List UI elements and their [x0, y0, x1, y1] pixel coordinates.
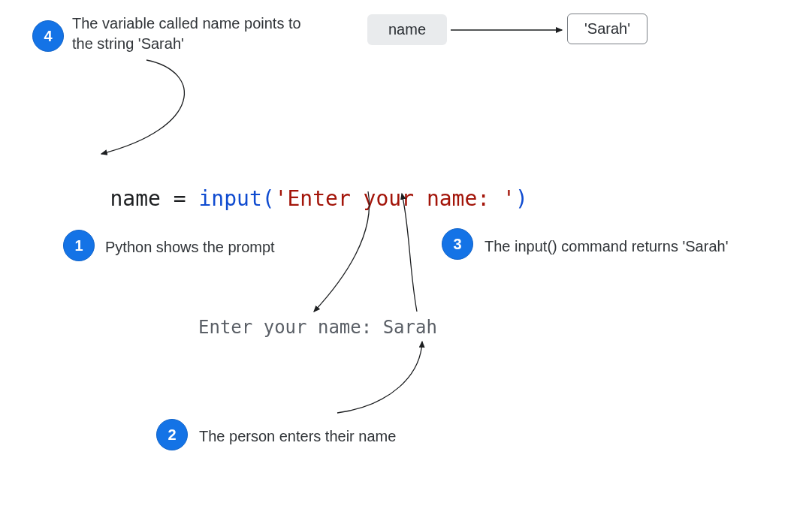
step-caption-2: The person enters their name: [199, 426, 396, 447]
step-badge-1: 1: [63, 230, 95, 261]
code-seg-assign: name =: [110, 186, 198, 211]
diagram-stage: 4 The variable called name points to the…: [0, 0, 812, 506]
step-badge-4: 4: [32, 20, 64, 52]
code-seg-func: input: [198, 186, 261, 211]
arrow-step4-to-code: [101, 60, 184, 154]
terminal-output: Enter your name: Sarah: [198, 317, 437, 338]
code-seg-string: 'Enter your name: ': [275, 186, 515, 211]
code-line: name = input('Enter your name: '): [59, 161, 528, 236]
step-caption-4: The variable called name points to the s…: [72, 14, 320, 54]
code-seg-rparen: ): [515, 186, 528, 211]
arrow-step2-to-terminal: [337, 342, 422, 413]
variable-box: name: [367, 14, 447, 45]
step-badge-3: 3: [442, 228, 473, 260]
step-caption-3: The input() command returns 'Sarah': [484, 236, 728, 257]
step-caption-1: Python shows the prompt: [105, 237, 275, 258]
step-badge-2: 2: [156, 419, 188, 450]
value-box: 'Sarah': [567, 14, 647, 44]
code-seg-lparen: (: [262, 186, 275, 211]
